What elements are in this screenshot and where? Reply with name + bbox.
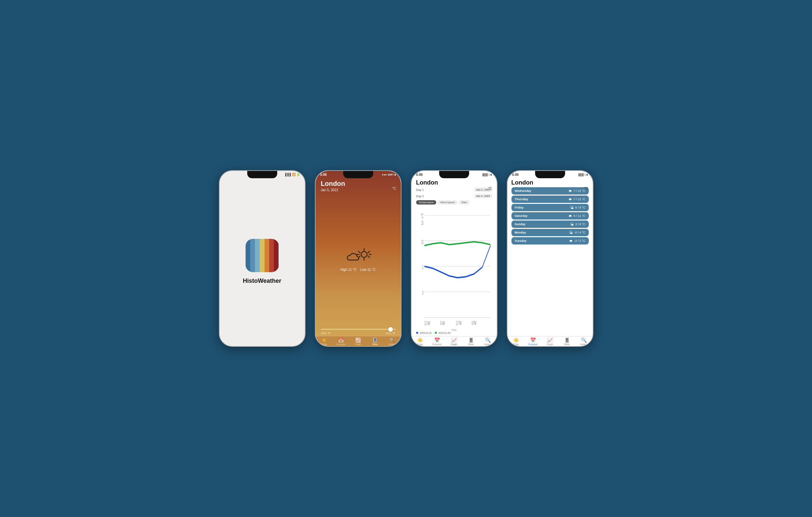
chart-svg: °C 15 10 5 0 12 AM 6 AM 12 PM 6 PM <box>416 206 492 329</box>
legend-dot-1 <box>416 332 418 334</box>
tab-search-label-2: Search <box>388 343 396 345</box>
tab-forecast-4[interactable]: 📅 Forecast <box>524 338 542 345</box>
wifi-icon-4: ⟩ <box>584 173 585 176</box>
slider-thumb[interactable] <box>388 327 393 332</box>
status-bar-4: 5:00 ▐▐▐ ⟩ ■ <box>508 171 593 177</box>
tab-forecast-icon-2: 📅 <box>338 338 344 342</box>
today-low: Low 11 °C <box>360 268 376 272</box>
tab-graph-icon-4: 📈 <box>547 338 553 342</box>
metric-temperature[interactable]: Temperature <box>416 200 436 205</box>
svg-text:15: 15 <box>421 219 424 226</box>
forecast-day: Friday <box>515 206 571 209</box>
tab-forecast-label-3: Forecast <box>433 343 441 345</box>
graph-city: London <box>416 179 492 186</box>
tab-slider-4[interactable]: 🎚️ Slider <box>558 338 575 345</box>
tab-slider-label-2: Slider <box>372 343 378 345</box>
svg-text:6 AM: 6 AM <box>440 320 445 327</box>
tab-search-label-4: Search <box>580 343 588 345</box>
day2-value: Jan 4, 2023 <box>474 194 492 198</box>
phone-forecast: 5:00 ▐▐▐ ⟩ ■ °C London Wednesday 🌧 7 / 1… <box>507 170 593 347</box>
forecast-day: Saturday <box>515 214 569 217</box>
svg-line-2 <box>358 251 360 253</box>
tab-slider-3[interactable]: 🎚️ Slider <box>462 338 480 345</box>
tab-search-2[interactable]: 🔍 Search <box>383 338 401 345</box>
slider-right-label: 2023 ℃ <box>385 332 395 335</box>
tab-bar-4: ☀️ Today 📅 Forecast 📈 Graph 🎚️ Slider <box>508 336 593 346</box>
metric-windspeed[interactable]: Wind Speed <box>437 200 458 205</box>
tab-search-3[interactable]: 🔍 Search <box>480 338 496 345</box>
tab-graph-label-3: Graph <box>451 343 457 345</box>
tab-forecast-label-2: Forecast <box>337 343 346 345</box>
chart-time-label: Time <box>416 329 492 331</box>
tab-graph-label-2: Graph <box>355 343 361 345</box>
chart-legend: 1959-01-02 2023-01-04 <box>416 331 492 335</box>
tab-today-icon-2: ☀️ <box>321 338 327 342</box>
legend-dot-2 <box>435 332 437 334</box>
svg-text:5: 5 <box>422 264 423 271</box>
svg-text:12 AM: 12 AM <box>424 320 430 327</box>
metric-rain[interactable]: Rain <box>459 200 469 205</box>
chart-area: °C 15 10 5 0 12 AM 6 AM 12 PM 6 PM <box>416 206 492 329</box>
tab-today-4[interactable]: ☀️ Today <box>508 338 524 345</box>
tab-search-icon-2: 🔍 <box>389 338 395 342</box>
forecast-icon: 🌧 <box>569 214 572 218</box>
forecast-icon: 🌧 <box>569 197 572 201</box>
battery-icon: 🔋 <box>296 173 300 176</box>
tab-today-label-3: Today <box>417 343 423 345</box>
weather-icon-svg <box>345 245 372 265</box>
stripe <box>250 239 255 272</box>
tab-slider-icon-3: 🎚️ <box>468 338 474 342</box>
phones-container: ▐▐▐ 📶 🔋 HistoWeather <box>206 157 607 360</box>
tab-today-3[interactable]: ☀️ Today <box>411 338 429 345</box>
forecast-icon: 🌧 <box>569 239 573 243</box>
tab-today-2[interactable]: ☀️ Today <box>316 338 332 345</box>
forecast-temp: -0 / 4 °C <box>574 231 585 234</box>
weather-icon-area: High 11 °C Low 11 °C <box>321 192 396 325</box>
signal-icon-3: ▐▐▐ <box>482 173 488 176</box>
svg-line-3 <box>368 256 370 257</box>
status-bar-2: 5:00 ●●● WiFi ■ <box>316 171 401 177</box>
today-date: Jan 5, 2023 <box>321 188 396 192</box>
forecast-rows: Wednesday 🌧 7 / 12 °C Thursday 🌧 7 / 12 … <box>512 186 589 245</box>
forecast-city: London <box>512 179 589 186</box>
forecast-temp: 6 / 9 °C <box>575 206 585 209</box>
forecast-day: Sunday <box>515 222 571 226</box>
celsius-label-3: °C <box>488 187 492 190</box>
phone-splash: ▐▐▐ 📶 🔋 HistoWeather <box>219 170 306 347</box>
battery-icon-2: ■ <box>395 173 396 176</box>
metric-tabs: Temperature Wind Speed Rain <box>416 200 492 205</box>
tab-forecast-2[interactable]: 📅 Forecast <box>332 338 350 345</box>
tab-forecast-3[interactable]: 📅 Forecast <box>429 338 445 345</box>
forecast-temp: 7 / 12 °C <box>574 197 585 201</box>
slider-area[interactable]: 1959 ℃ 2023 ℃ <box>316 325 401 336</box>
status-icons-3: ▐▐▐ ⟩ ■ <box>482 173 492 176</box>
forecast-day: Thursday <box>515 197 569 201</box>
forecast-icon: 🌤 <box>570 222 574 226</box>
tab-today-icon-3: ☀️ <box>417 338 423 342</box>
status-bar-1: ▐▐▐ 📶 🔋 <box>220 171 305 177</box>
legend-label-2: 2023-01-04 <box>438 332 451 334</box>
stripe <box>265 239 269 272</box>
tab-today-icon-4: ☀️ <box>513 338 519 342</box>
tab-graph-icon-2: 📈 <box>355 338 361 342</box>
tab-graph-2[interactable]: 📈 Graph <box>350 338 367 345</box>
stripe <box>245 239 250 272</box>
tab-search-icon-4: 🔍 <box>581 338 587 342</box>
tab-graph-3[interactable]: 📈 Graph <box>445 338 462 345</box>
tab-search-4[interactable]: 🔍 Search <box>575 338 592 345</box>
slider-track[interactable] <box>321 329 396 330</box>
tab-today-label-4: Today <box>513 343 519 345</box>
wifi-icon: 📶 <box>292 173 295 176</box>
forecast-day: Tuesday <box>515 239 570 243</box>
forecast-day: Monday <box>515 231 570 234</box>
forecast-temp: 6 / 11 °C <box>574 214 585 217</box>
slider-labels: 1959 ℃ 2023 ℃ <box>321 332 396 335</box>
tab-graph-4[interactable]: 📈 Graph <box>542 338 558 345</box>
svg-line-7 <box>368 251 370 253</box>
stripe <box>260 239 264 272</box>
tab-slider-icon-4: 🎚️ <box>564 338 570 342</box>
tab-slider-2[interactable]: 🎚️ Slider <box>367 338 383 345</box>
forecast-row: Wednesday 🌧 7 / 12 °C <box>512 187 589 194</box>
forecast-row: Friday 🌤 6 / 9 °C <box>512 204 589 211</box>
day2-label: Day 2 <box>416 194 424 198</box>
